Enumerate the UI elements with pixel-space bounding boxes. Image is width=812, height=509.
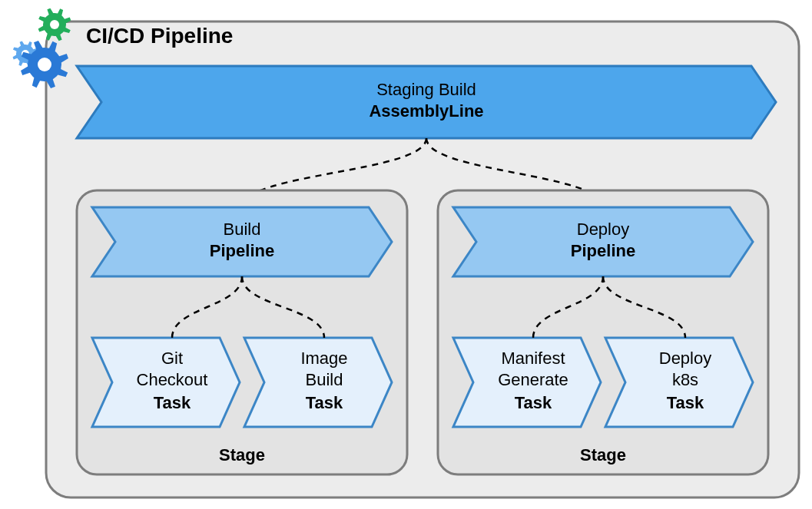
assemblyline-line2: AssemblyLine bbox=[369, 101, 483, 121]
svg-point-2 bbox=[38, 58, 51, 71]
task-line1: Manifest bbox=[501, 349, 565, 368]
pipeline-line1: Build bbox=[224, 220, 261, 239]
stage-label: Stage bbox=[580, 445, 626, 464]
task-line1: Deploy bbox=[659, 349, 711, 368]
task-line2: Checkout bbox=[137, 370, 208, 389]
task-type: Task bbox=[154, 393, 191, 412]
stage-label: Stage bbox=[219, 445, 265, 464]
cicd-pipeline-diagram: CI/CD PipelineStaging BuildAssemblyLineB… bbox=[0, 0, 812, 509]
task-line1: Image bbox=[300, 349, 347, 368]
pipeline-line1: Deploy bbox=[577, 220, 629, 239]
pipeline-line2: Pipeline bbox=[210, 241, 274, 260]
task-type: Task bbox=[515, 393, 552, 412]
svg-point-1 bbox=[50, 20, 59, 29]
task-line2: Build bbox=[306, 370, 343, 389]
task-type: Task bbox=[306, 393, 343, 412]
pipeline-line2: Pipeline bbox=[571, 241, 635, 260]
task-line2: k8s bbox=[672, 370, 698, 389]
assemblyline-line1: Staging Build bbox=[376, 80, 476, 99]
diagram-title: CI/CD Pipeline bbox=[86, 24, 233, 48]
task-line1: Git bbox=[161, 349, 183, 368]
task-type: Task bbox=[667, 393, 704, 412]
task-line2: Generate bbox=[498, 370, 568, 389]
